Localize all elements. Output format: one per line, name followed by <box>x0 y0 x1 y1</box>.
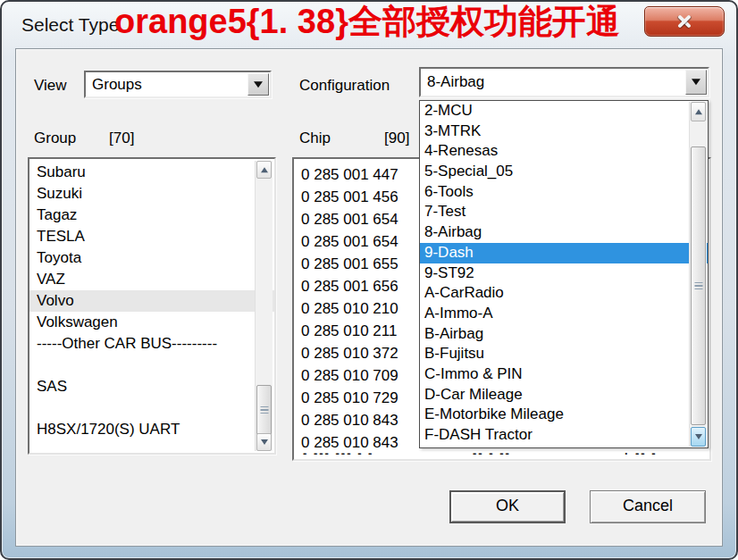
view-combobox[interactable]: Groups <box>84 71 272 98</box>
list-item[interactable]: A-Immo-A <box>420 304 708 324</box>
cancel-button[interactable]: Cancel <box>590 490 706 523</box>
group-listbox[interactable]: SubaruSuzukiTagazTESLAToyotaVAZVolvoVolk… <box>28 157 276 455</box>
scroll-down-button[interactable] <box>256 433 272 451</box>
dropdown-scrollbar[interactable] <box>689 102 707 447</box>
list-item[interactable] <box>29 397 274 419</box>
list-item[interactable]: 6-Tools <box>420 182 708 203</box>
view-label: View <box>34 77 67 95</box>
scroll-up-button[interactable] <box>256 161 272 179</box>
scrollbar-thumb[interactable] <box>691 146 706 425</box>
list-item[interactable]: Volvo <box>29 290 274 312</box>
list-item[interactable]: A-CarRadio <box>420 283 708 304</box>
group-count-badge: [70] <box>109 130 134 147</box>
group-scrollbar[interactable] <box>255 161 273 451</box>
list-item[interactable]: 4-Renesas <box>420 141 708 162</box>
triangle-down-icon <box>261 439 268 448</box>
list-item[interactable]: Toyota <box>29 247 274 269</box>
list-item[interactable]: H8SX/1720(S) UART <box>29 419 274 440</box>
grip-lines-icon <box>260 406 268 414</box>
view-combobox-value: Groups <box>92 76 142 94</box>
triangle-up-icon <box>261 163 268 172</box>
list-item[interactable]: TESLA <box>29 226 274 247</box>
configuration-combobox-value: 8-Airbag <box>427 73 484 91</box>
clipped-row-fragment: -- - -- <box>473 451 511 456</box>
list-item[interactable]: -----Other CAR BUS--------- <box>29 333 274 355</box>
list-item[interactable]: B-Airbag <box>420 324 708 345</box>
list-item[interactable]: B-Fujitsu <box>420 344 708 364</box>
titlebar[interactable]: Select Type orange5{1. 38}全部授权功能开通 <box>2 2 736 48</box>
list-item[interactable]: F-DASH Tractor <box>420 425 708 446</box>
view-combobox-dropdown-button[interactable] <box>247 73 269 96</box>
configuration-label: Configuration <box>299 77 390 95</box>
list-item[interactable]: 8-Airbag <box>420 222 708 243</box>
list-item[interactable]: VAZ <box>29 269 274 290</box>
list-item[interactable]: C-Immo & PIN <box>420 364 708 385</box>
scroll-up-button[interactable] <box>691 102 706 121</box>
chevron-down-icon <box>692 79 700 89</box>
list-item[interactable]: Tagaz <box>29 205 274 226</box>
list-item[interactable]: 5-Special_05 <box>420 162 708 182</box>
list-item[interactable]: 9-Dash <box>420 243 708 263</box>
list-item[interactable]: SAS <box>29 376 274 397</box>
clipped-row-fragment: - --- --- - - <box>303 451 373 456</box>
window-title: Select Type <box>21 14 119 36</box>
triangle-down-icon <box>695 434 702 443</box>
dialog-content: View Groups Configuration 8-Airbag Group… <box>15 48 723 547</box>
close-button[interactable] <box>644 6 725 37</box>
overlay-watermark-title: orange5{1. 38}全部授权功能开通 <box>114 0 620 45</box>
list-item[interactable]: 7-Test <box>420 202 708 222</box>
configuration-dropdown-list[interactable]: 2-MCU3-MTRK4-Renesas5-Special_056-Tools7… <box>419 100 709 448</box>
list-item[interactable] <box>29 355 274 376</box>
list-item[interactable]: D-Car Mileage <box>420 385 708 405</box>
configuration-combobox[interactable]: 8-Airbag <box>419 67 709 97</box>
list-item[interactable]: Suzuki <box>29 183 274 205</box>
list-item[interactable]: Subaru <box>29 162 274 183</box>
clipped-row-fragment: · -- - <box>625 451 658 456</box>
close-icon <box>677 14 692 29</box>
list-item[interactable]: 3-MTRK <box>420 121 708 142</box>
chip-label: Chip <box>299 130 331 147</box>
chevron-down-icon <box>254 81 263 92</box>
list-item[interactable]: 2-MCU <box>420 101 708 121</box>
triangle-up-icon <box>695 105 702 114</box>
grip-lines-icon <box>694 282 702 290</box>
scrollbar-thumb[interactable] <box>256 385 272 435</box>
list-item[interactable]: Volkswagen <box>29 312 274 333</box>
list-item[interactable]: E-Motorbike Mileage <box>420 405 708 425</box>
group-label: Group <box>34 130 76 147</box>
chip-count-badge: [90] <box>384 130 409 147</box>
list-item[interactable]: 9-ST92 <box>420 263 708 284</box>
configuration-combobox-dropdown-button[interactable] <box>685 70 707 95</box>
scroll-down-button[interactable] <box>691 427 706 447</box>
select-type-dialog: Select Type orange5{1. 38}全部授权功能开通 View … <box>0 0 738 560</box>
ok-button[interactable]: OK <box>449 490 566 523</box>
